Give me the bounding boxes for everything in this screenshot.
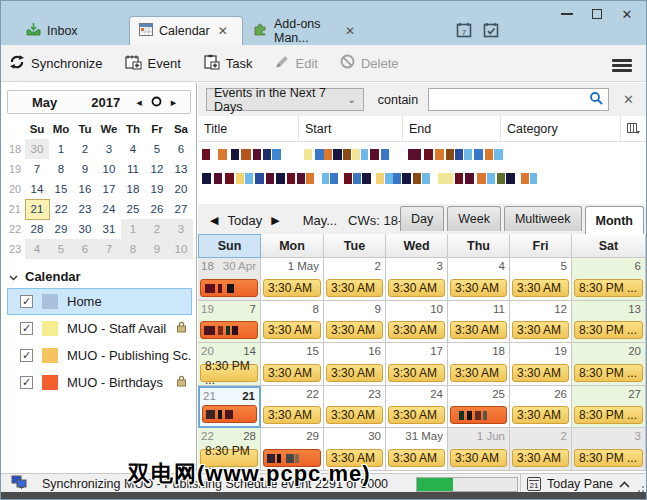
tab-calendar[interactable]: Calendar ✕ — [129, 16, 243, 45]
maximize-button[interactable] — [582, 1, 612, 27]
close-button[interactable]: ✕ — [612, 1, 642, 27]
column-end[interactable]: End — [403, 116, 501, 141]
month-day-cell[interactable]: 53:30 AM — [510, 258, 572, 301]
minical-day[interactable]: 13 — [169, 159, 193, 179]
event-pill[interactable]: 3:30 AM — [388, 364, 445, 382]
month-day-cell[interactable]: 23:30 AM — [324, 258, 386, 301]
event-pill[interactable]: 3:30 AM — [512, 279, 569, 297]
event-pill[interactable]: 8:30 PM ... — [574, 449, 643, 467]
minical-day[interactable]: 2 — [73, 139, 97, 159]
minical-day[interactable]: 26 — [145, 199, 169, 219]
minical-day[interactable]: 1 — [49, 139, 73, 159]
minical-day[interactable]: 2 — [145, 219, 169, 239]
event-pill[interactable]: 3:30 AM — [326, 406, 383, 424]
calendar-list-item[interactable]: ✓MUO - Birthdays & E... — [7, 369, 192, 396]
minical-day[interactable]: 3 — [169, 219, 193, 239]
minical-day[interactable]: 21 — [25, 199, 49, 219]
month-day-cell[interactable]: 223:30 AM — [261, 386, 324, 429]
minical-day[interactable]: 6 — [169, 139, 193, 159]
month-day-cell[interactable]: 83:30 AM — [261, 301, 324, 344]
event-pill[interactable]: 3:30 AM — [512, 321, 569, 339]
next-period-icon[interactable]: ▶ — [271, 214, 279, 227]
column-category[interactable]: Category — [501, 116, 621, 141]
month-day-cell[interactable]: 138:30 PM ... — [572, 301, 646, 344]
month-day-cell[interactable]: 1 May3:30 AM — [261, 258, 324, 301]
minical-day[interactable]: 23 — [73, 199, 97, 219]
minical-day[interactable]: 7 — [25, 159, 49, 179]
minical-day[interactable]: 10 — [169, 239, 193, 259]
month-day-cell[interactable]: 208:30 PM ... — [572, 343, 646, 386]
view-tab-week[interactable]: Week — [447, 206, 501, 231]
event-pill[interactable]: 3:30 AM — [450, 449, 507, 467]
event-pill[interactable]: 8:30 PM ... — [574, 279, 643, 297]
minical-day[interactable]: 6 — [73, 239, 97, 259]
month-day-cell[interactable]: 153:30 AM — [261, 343, 324, 386]
event-search-box[interactable] — [428, 88, 609, 111]
minical-day[interactable]: 8 — [49, 159, 73, 179]
minical-day[interactable]: 10 — [97, 159, 121, 179]
month-day-cell[interactable]: 93:30 AM — [324, 301, 386, 344]
open-calendar-tab-button[interactable]: 7 — [453, 20, 475, 40]
month-day-cell[interactable]: 103:30 AM — [386, 301, 448, 344]
month-day-cell[interactable]: 243:30 AM — [386, 386, 448, 429]
event-range-dropdown[interactable]: Events in the Next 7 Days ⌄ — [206, 88, 364, 111]
month-day-cell[interactable]: 183:30 AM — [448, 343, 510, 386]
edit-button[interactable]: Edit — [275, 54, 318, 72]
month-day-cell[interactable]: 113:30 AM — [448, 301, 510, 344]
resize-grip[interactable] — [634, 482, 644, 492]
event-pill[interactable]: 3:30 AM — [388, 449, 445, 467]
close-filter-icon[interactable]: ✕ — [619, 92, 638, 107]
prev-period-icon[interactable]: ◀ — [210, 214, 218, 227]
minical-day[interactable]: 24 — [97, 199, 121, 219]
event-pill[interactable]: 3:30 AM — [263, 364, 321, 382]
minical-day[interactable]: 29 — [49, 219, 73, 239]
event-pill[interactable]: 8:30 PM ... — [574, 364, 643, 382]
column-start[interactable]: Start — [299, 116, 403, 141]
minical-day[interactable]: 22 — [49, 199, 73, 219]
month-day-cell[interactable]: 163:30 AM — [324, 343, 386, 386]
close-tab-icon[interactable]: ✕ — [343, 24, 357, 38]
minical-day[interactable]: 4 — [25, 239, 49, 259]
month-day-cell[interactable]: 173:30 AM — [386, 343, 448, 386]
event-pill[interactable]: 3:30 AM — [512, 406, 569, 424]
censored-event-pill[interactable] — [200, 279, 258, 297]
new-task-button[interactable]: Task — [203, 54, 253, 73]
month-day-cell[interactable]: 25 — [448, 386, 510, 429]
event-pill[interactable]: 3:30 AM — [512, 364, 569, 382]
column-title[interactable]: Title — [198, 116, 299, 141]
event-pill[interactable]: 3:30 AM — [263, 406, 321, 424]
calendar-checkbox[interactable]: ✓ — [20, 349, 33, 362]
month-day-cell[interactable]: 23:30 AM — [510, 428, 572, 471]
minical-day[interactable]: 9 — [145, 239, 169, 259]
new-event-button[interactable]: Event — [125, 54, 181, 73]
event-pill[interactable]: 3:30 AM — [450, 321, 507, 339]
calendar-list-item[interactable]: ✓MUO - Staff Availability — [7, 315, 192, 342]
event-list-body[interactable] — [198, 142, 646, 204]
calendar-checkbox[interactable]: ✓ — [20, 295, 33, 308]
minical-day[interactable]: 30 — [73, 219, 97, 239]
event-pill[interactable]: 3:30 AM — [388, 321, 445, 339]
month-day-cell[interactable]: 123:30 AM — [510, 301, 572, 344]
minical-day[interactable]: 17 — [97, 179, 121, 199]
censored-event-pill[interactable] — [200, 321, 258, 339]
minical-day[interactable]: 31 — [97, 219, 121, 239]
event-pill[interactable]: 8:30 PM ... — [574, 321, 643, 339]
event-pill[interactable]: 3:30 AM — [450, 279, 507, 297]
today-pane-toggle[interactable]: Today Pane — [547, 477, 613, 491]
event-pill[interactable]: 3:30 AM — [263, 279, 321, 297]
minical-day[interactable]: 28 — [25, 219, 49, 239]
minical-day[interactable]: 16 — [73, 179, 97, 199]
search-icon[interactable] — [589, 91, 603, 108]
event-pill[interactable]: 3:30 AM — [326, 364, 383, 382]
minical-day[interactable]: 1 — [121, 219, 145, 239]
month-day-cell[interactable]: 263:30 AM — [510, 386, 572, 429]
event-pill[interactable]: 8:30 PM ... — [574, 406, 643, 424]
minical-day[interactable]: 9 — [73, 159, 97, 179]
event-pill[interactable]: 3:30 AM — [450, 364, 507, 382]
delete-button[interactable]: Delete — [340, 54, 399, 72]
event-pill[interactable]: 8:30 PM ... — [200, 364, 258, 382]
minical-day[interactable]: 15 — [49, 179, 73, 199]
event-pill[interactable]: 3:30 AM — [326, 279, 383, 297]
event-pill[interactable]: 3:30 AM — [388, 279, 445, 297]
minical-day[interactable]: 5 — [145, 139, 169, 159]
